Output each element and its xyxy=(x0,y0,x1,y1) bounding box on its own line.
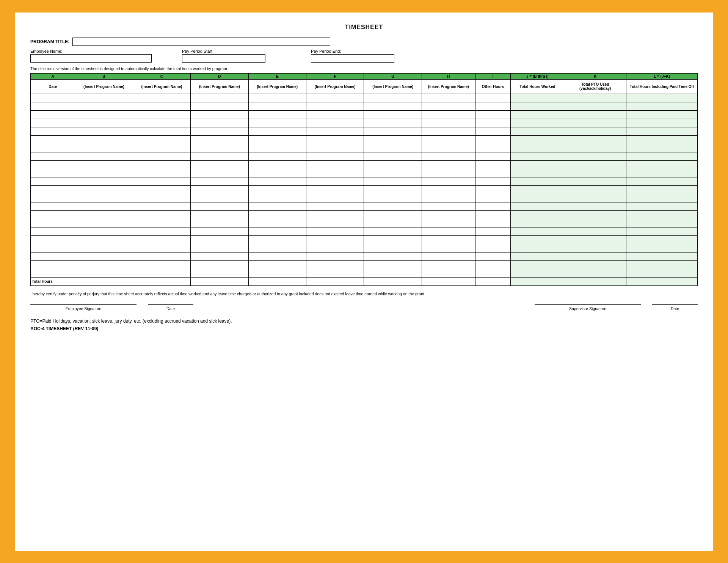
table-cell[interactable] xyxy=(511,269,564,277)
table-cell[interactable] xyxy=(364,160,422,169)
table-cell[interactable] xyxy=(564,194,626,202)
table-cell[interactable] xyxy=(31,160,75,169)
table-row[interactable] xyxy=(31,110,698,119)
table-cell[interactable] xyxy=(564,160,626,169)
table-cell[interactable] xyxy=(306,185,364,194)
table-cell[interactable] xyxy=(422,102,475,110)
table-cell[interactable] xyxy=(511,110,564,119)
table-cell[interactable] xyxy=(511,260,564,269)
table-cell[interactable] xyxy=(475,169,511,177)
table-cell[interactable] xyxy=(364,144,422,152)
table-cell[interactable] xyxy=(511,135,564,144)
table-cell[interactable] xyxy=(564,169,626,177)
table-cell[interactable] xyxy=(422,244,475,252)
pay-period-start-input[interactable] xyxy=(182,54,265,63)
table-cell[interactable] xyxy=(564,210,626,219)
table-cell[interactable] xyxy=(422,152,475,160)
table-cell[interactable] xyxy=(75,219,133,227)
table-cell[interactable] xyxy=(75,144,133,152)
table-cell[interactable] xyxy=(475,94,511,102)
table-cell[interactable] xyxy=(626,252,698,260)
table-cell[interactable] xyxy=(31,119,75,127)
table-cell[interactable] xyxy=(564,269,626,277)
table-cell[interactable] xyxy=(31,177,75,185)
table-cell[interactable] xyxy=(475,127,511,135)
table-cell[interactable] xyxy=(511,210,564,219)
table-cell[interactable] xyxy=(475,102,511,110)
table-cell[interactable] xyxy=(191,269,248,277)
table-row[interactable] xyxy=(31,219,698,227)
table-cell[interactable] xyxy=(422,260,475,269)
table-cell[interactable] xyxy=(133,160,190,169)
table-row[interactable] xyxy=(31,202,698,210)
table-cell[interactable] xyxy=(475,160,511,169)
table-cell[interactable] xyxy=(133,102,190,110)
table-cell[interactable] xyxy=(422,202,475,210)
table-cell[interactable] xyxy=(248,177,306,185)
table-cell[interactable] xyxy=(133,94,190,102)
table-cell[interactable] xyxy=(511,119,564,127)
table-cell[interactable] xyxy=(75,110,133,119)
table-cell[interactable] xyxy=(248,119,306,127)
table-cell[interactable] xyxy=(626,194,698,202)
table-cell[interactable] xyxy=(511,169,564,177)
table-cell[interactable] xyxy=(191,235,248,244)
table-cell[interactable] xyxy=(422,177,475,185)
table-cell[interactable] xyxy=(564,202,626,210)
table-cell[interactable] xyxy=(248,269,306,277)
table-cell[interactable] xyxy=(626,135,698,144)
table-cell[interactable] xyxy=(626,260,698,269)
table-cell[interactable] xyxy=(626,219,698,227)
table-row[interactable] xyxy=(31,194,698,202)
table-cell[interactable] xyxy=(31,152,75,160)
table-cell[interactable] xyxy=(248,252,306,260)
table-cell[interactable] xyxy=(191,135,248,144)
table-cell[interactable] xyxy=(626,144,698,152)
table-cell[interactable] xyxy=(626,177,698,185)
table-cell[interactable] xyxy=(191,227,248,235)
table-cell[interactable] xyxy=(75,202,133,210)
table-cell[interactable] xyxy=(564,127,626,135)
table-cell[interactable] xyxy=(364,260,422,269)
table-cell[interactable] xyxy=(31,135,75,144)
table-cell[interactable] xyxy=(31,102,75,110)
table-cell[interactable] xyxy=(511,94,564,102)
table-cell[interactable] xyxy=(248,127,306,135)
table-cell[interactable] xyxy=(191,127,248,135)
table-cell[interactable] xyxy=(475,144,511,152)
table-cell[interactable] xyxy=(248,152,306,160)
table-cell[interactable] xyxy=(75,127,133,135)
table-cell[interactable] xyxy=(511,244,564,252)
table-cell[interactable] xyxy=(306,219,364,227)
table-cell[interactable] xyxy=(31,127,75,135)
table-cell[interactable] xyxy=(364,202,422,210)
table-cell[interactable] xyxy=(364,235,422,244)
table-cell[interactable] xyxy=(564,185,626,194)
table-cell[interactable] xyxy=(248,210,306,219)
table-cell[interactable] xyxy=(31,185,75,194)
table-cell[interactable] xyxy=(626,202,698,210)
table-cell[interactable] xyxy=(191,194,248,202)
table-cell[interactable] xyxy=(306,169,364,177)
table-cell[interactable] xyxy=(306,152,364,160)
table-cell[interactable] xyxy=(564,219,626,227)
table-cell[interactable] xyxy=(364,127,422,135)
table-cell[interactable] xyxy=(248,94,306,102)
table-cell[interactable] xyxy=(31,260,75,269)
table-cell[interactable] xyxy=(422,127,475,135)
table-cell[interactable] xyxy=(133,244,190,252)
table-cell[interactable] xyxy=(75,152,133,160)
table-cell[interactable] xyxy=(191,102,248,110)
table-cell[interactable] xyxy=(31,219,75,227)
table-cell[interactable] xyxy=(475,219,511,227)
table-cell[interactable] xyxy=(75,160,133,169)
table-cell[interactable] xyxy=(364,227,422,235)
table-cell[interactable] xyxy=(133,269,190,277)
table-row[interactable] xyxy=(31,152,698,160)
table-cell[interactable] xyxy=(564,94,626,102)
table-row[interactable] xyxy=(31,102,698,110)
table-cell[interactable] xyxy=(364,94,422,102)
table-cell[interactable] xyxy=(364,110,422,119)
table-cell[interactable] xyxy=(248,185,306,194)
table-cell[interactable] xyxy=(626,235,698,244)
